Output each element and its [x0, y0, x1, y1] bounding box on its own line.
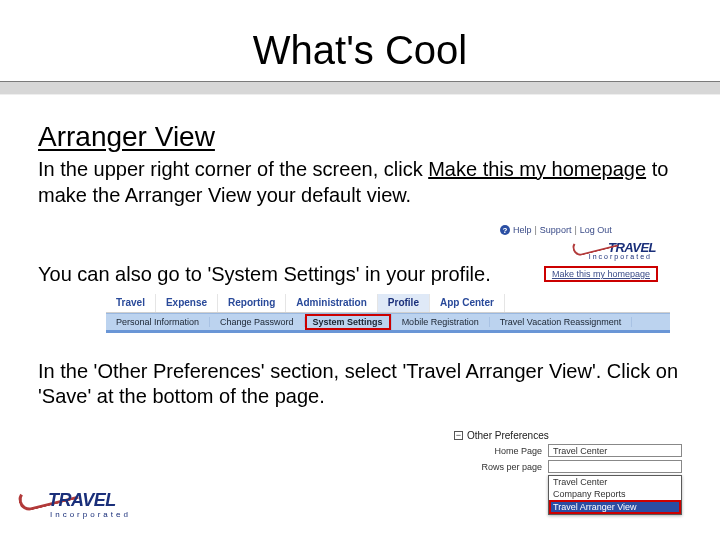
para1-link-text: Make this my homepage — [428, 158, 646, 180]
subtab-travel-vacation-reassignment[interactable]: Travel Vacation Reassignment — [490, 317, 633, 327]
title-wrap: What's Cool — [0, 0, 720, 95]
tab-profile[interactable]: Profile — [378, 294, 430, 312]
footer-travel-logo: TRAVEL Incorporated — [20, 490, 150, 526]
rows-per-page-label: Rows per page — [450, 462, 548, 472]
subtab-personal-information[interactable]: Personal Information — [106, 317, 210, 327]
travel-logo: TRAVEL Incorporated — [494, 240, 662, 260]
make-homepage-link[interactable]: Make this my homepage — [544, 266, 658, 282]
pref-row-rowsperpage: Rows per page — [450, 460, 682, 473]
screenshot-other-preferences: − Other Preferences Home Page Travel Cen… — [450, 430, 682, 515]
paragraph-1: In the upper right corner of the screen,… — [38, 157, 682, 208]
option-travel-arranger-view[interactable]: Travel Arranger View — [549, 500, 681, 514]
spacer — [38, 333, 682, 359]
home-page-label: Home Page — [450, 446, 548, 456]
option-travel-center[interactable]: Travel Center — [549, 476, 681, 488]
subtab-mobile-registration[interactable]: Mobile Registration — [392, 317, 490, 327]
nav-subtabs: Personal Information Change Password Sys… — [106, 313, 670, 333]
brand-text: TRAVEL — [48, 490, 116, 511]
screenshot-header-links: ? Help | Support | Log Out TRAVEL Incorp… — [494, 222, 662, 308]
help-link[interactable]: Help — [513, 225, 532, 235]
support-link[interactable]: Support — [540, 225, 572, 235]
collapse-icon[interactable]: − — [454, 431, 463, 440]
subtab-system-settings[interactable]: System Settings — [305, 314, 392, 330]
title-underline — [0, 81, 720, 95]
section-header: − Other Preferences — [450, 430, 682, 441]
separator: | — [535, 225, 537, 235]
rows-per-page-select[interactable] — [548, 460, 682, 473]
option-company-reports[interactable]: Company Reports — [549, 488, 681, 500]
pref-row-homepage: Home Page Travel Center — [450, 444, 682, 457]
paragraph-3: In the 'Other Preferences' section, sele… — [38, 359, 682, 410]
tab-expense[interactable]: Expense — [156, 294, 218, 312]
para1-pre: In the upper right corner of the screen,… — [38, 158, 428, 180]
tab-travel[interactable]: Travel — [106, 294, 156, 312]
home-page-dropdown: Travel Center Company Reports Travel Arr… — [548, 475, 682, 515]
slide: What's Cool Arranger View In the upper r… — [0, 0, 720, 540]
section-label: Other Preferences — [467, 430, 549, 441]
tab-reporting[interactable]: Reporting — [218, 294, 286, 312]
home-page-select[interactable]: Travel Center — [548, 444, 682, 457]
separator: | — [574, 225, 576, 235]
subtab-change-password[interactable]: Change Password — [210, 317, 305, 327]
slide-title: What's Cool — [0, 28, 720, 73]
make-homepage-wrap: Make this my homepage — [494, 266, 662, 282]
header-utility-links: ? Help | Support | Log Out — [494, 222, 662, 238]
tab-administration[interactable]: Administration — [286, 294, 378, 312]
brand-sub: Incorporated — [50, 510, 131, 519]
section-heading: Arranger View — [38, 121, 682, 153]
subtab-system-settings-label: System Settings — [305, 314, 391, 330]
brand-sub: Incorporated — [494, 253, 652, 260]
help-icon: ? — [500, 225, 510, 235]
